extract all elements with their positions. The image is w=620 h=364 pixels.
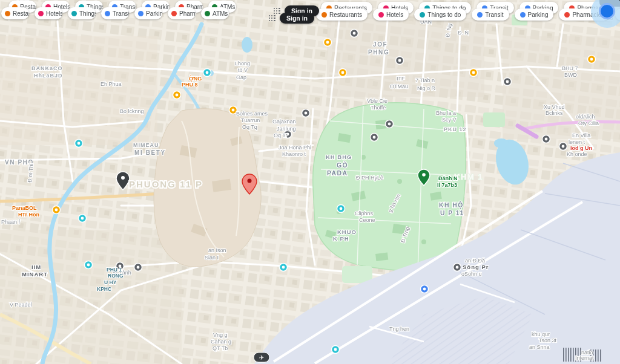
orange-poi-icon[interactable] — [324, 39, 332, 47]
category-chip-parking[interactable]: Parking — [515, 8, 554, 21]
hotel-icon — [38, 11, 44, 16]
category-chip-restaurants[interactable]: Restaurants — [316, 8, 368, 21]
map-label: Khaonro t — [282, 151, 306, 157]
category-chip-transit[interactable]: Transit — [472, 8, 509, 21]
map-label: Joa Hona Phi — [279, 145, 311, 151]
orange-poi-icon[interactable] — [470, 69, 478, 77]
map-label: PHÚ 8 — [182, 81, 198, 88]
map-label: MI BETY — [134, 149, 166, 156]
category-chip-hotels[interactable]: Hotels — [35, 7, 62, 19]
map-label: Đ PH HyLê — [356, 175, 383, 181]
map-label: Oq Tq — [242, 124, 257, 130]
map-label: BHU 7 — [562, 65, 578, 71]
map-label: IIM — [31, 264, 41, 270]
dark-poi-icon[interactable] — [542, 135, 550, 143]
hotel-icon — [378, 12, 384, 18]
orange-poi-icon[interactable] — [588, 56, 596, 63]
map-label: an Ison — [208, 247, 226, 253]
map-label: Janlung — [277, 126, 296, 132]
map-label: KHUO — [337, 229, 357, 235]
apps-grid-icon[interactable] — [269, 15, 275, 22]
teal-poi-icon[interactable] — [203, 69, 211, 77]
dark-poi-icon[interactable] — [504, 78, 512, 86]
map-label: QT Tb — [213, 345, 228, 351]
map-label: RONG — [108, 273, 124, 279]
teal-poi-icon[interactable] — [85, 261, 93, 269]
orange-poi-icon[interactable] — [53, 206, 61, 214]
orange-poi-icon[interactable] — [173, 91, 181, 99]
map-label: KPHC — [97, 286, 111, 292]
category-chip-pharmacies[interactable]: Pharmacies — [168, 7, 196, 19]
map-label: Ceone — [359, 217, 375, 223]
map-label: En Villa — [572, 132, 590, 138]
restaurant-icon — [322, 12, 327, 18]
map-label: Tng hen — [389, 326, 409, 332]
map-label: Il 7a7b3 — [437, 182, 457, 188]
category-chip-parking[interactable]: Parking — [134, 7, 162, 19]
teal-poi-icon[interactable] — [79, 215, 87, 223]
small-park — [483, 112, 505, 127]
map-label: Bclinks — [546, 110, 563, 116]
map-label: Cahan g — [211, 339, 231, 345]
dark-poi-icon[interactable] — [453, 264, 461, 271]
transit-icon — [105, 11, 110, 16]
map-label: KH BHG — [326, 154, 352, 160]
map-label: PanaBOL — [12, 205, 37, 211]
category-chip-transit[interactable]: Transit — [101, 7, 129, 19]
map-canvas[interactable]: ✈ ADNK AIE PKYFS5Đ. NUANLhongtô VGapJOFP… — [0, 0, 620, 364]
map-label: Xu Vhud — [544, 104, 565, 110]
map-label: Đ. N — [458, 30, 469, 36]
dark-poi-icon[interactable] — [386, 120, 394, 128]
atm-icon — [205, 11, 210, 16]
dark-poi-icon[interactable] — [134, 264, 142, 271]
teal-poi-icon[interactable] — [280, 264, 288, 271]
map-label: Thoffe — [371, 105, 386, 111]
airport-badge[interactable]: ✈ — [254, 353, 269, 362]
map-label: ITF — [397, 76, 405, 82]
map-label: Vng g — [213, 332, 228, 338]
attractions-icon — [420, 12, 425, 18]
map-label: GÒ — [337, 161, 348, 169]
airplane-icon: ✈ — [259, 354, 264, 361]
category-chip-restaurants[interactable]: Restaurants — [1, 7, 29, 19]
parking-icon — [138, 11, 143, 16]
pharmacy-icon — [171, 11, 177, 16]
map-label: PHNG — [368, 49, 389, 56]
category-chip-atms[interactable]: ATMs — [201, 7, 229, 19]
dark-poi-icon[interactable] — [351, 30, 358, 37]
category-chip-things-to-do[interactable]: Things to do — [414, 8, 466, 21]
map-label: Kh onde — [567, 151, 587, 157]
map-label: khu qur — [532, 331, 550, 337]
dark-poi-icon[interactable] — [396, 57, 404, 65]
account-avatar[interactable] — [599, 3, 615, 19]
dark-poi-icon[interactable] — [371, 134, 378, 141]
category-chip-things-to-do[interactable]: Things to do — [68, 7, 96, 19]
map-label: an Snna — [529, 344, 550, 350]
teal-poi-icon[interactable] — [75, 140, 83, 148]
map-label: Sông Pr — [463, 264, 489, 270]
map-app: ✈ ADNK AIE PKYFS5Đ. NUANLhongtô VGapJOFP… — [0, 0, 620, 364]
map-label: Eh Phua — [101, 81, 122, 87]
teal-poi-icon[interactable] — [332, 346, 340, 354]
teal-poi-icon[interactable] — [337, 205, 345, 213]
map-label: PHU 1 — [107, 267, 122, 273]
map-label: MIMEAU — [133, 142, 159, 148]
map-label: BWD — [564, 72, 577, 78]
dark-poi-icon[interactable] — [559, 143, 567, 151]
map-label: Internat — [575, 355, 594, 361]
map-label: oldAlich — [576, 114, 595, 120]
category-chip-hotels[interactable]: Hotels — [373, 8, 409, 21]
map-label: an Đ Đă — [465, 258, 485, 264]
blue-poi-icon[interactable] — [421, 285, 429, 293]
map-label: tô V — [238, 67, 248, 73]
map-label: Oty Cilia — [578, 120, 599, 126]
pharmacy-icon — [564, 12, 570, 18]
sign-in-button[interactable]: Sign in — [280, 13, 314, 24]
orange-poi-icon[interactable] — [339, 69, 347, 77]
map-label: Oq Tr — [274, 132, 288, 138]
dark-poi-icon[interactable] — [302, 109, 310, 117]
map-label: U P 11 — [440, 209, 464, 216]
map-label: Bhu la a — [436, 110, 456, 116]
map-label: KH HỘ — [439, 201, 464, 209]
parking-icon — [520, 12, 526, 18]
